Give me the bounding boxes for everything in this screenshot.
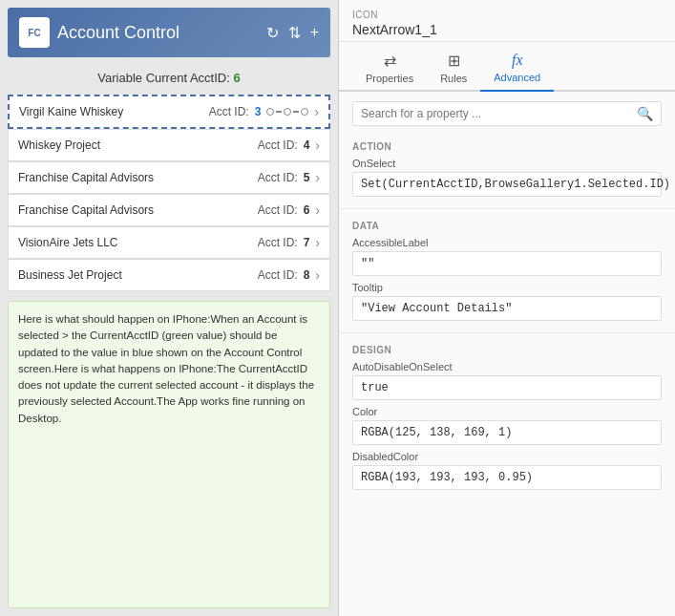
node-icon bbox=[266, 108, 308, 116]
item-right: Acct ID: 5 › bbox=[258, 170, 320, 185]
item-name: Virgil Kaine Whiskey bbox=[19, 105, 123, 118]
item-name: Whiskey Project bbox=[18, 138, 100, 152]
item-name: Franchise Capital Advisors bbox=[18, 203, 154, 217]
divider bbox=[339, 332, 675, 333]
item-right: Acct ID: 6 › bbox=[258, 202, 320, 218]
chevron-right-icon: › bbox=[314, 104, 319, 119]
acct-id-label: Acct ID: bbox=[258, 171, 298, 184]
acct-id-label: Acct ID: bbox=[258, 236, 298, 249]
description-text: Here is what should happen on IPhone:Whe… bbox=[18, 313, 314, 424]
design-label: DESIGN bbox=[352, 345, 662, 355]
search-icon: 🔍 bbox=[637, 106, 653, 121]
sort-icon[interactable]: ⇅ bbox=[288, 24, 301, 42]
chevron-right-icon: › bbox=[315, 170, 320, 185]
gallery-item[interactable]: VisionAire Jets LLC Acct ID: 7 › bbox=[8, 226, 330, 259]
variable-value: 6 bbox=[233, 71, 240, 85]
app-header: FC Account Control ↻ ⇅ + bbox=[8, 8, 330, 57]
gallery-list: Virgil Kaine Whiskey Acct ID: 3 › Whiske… bbox=[8, 95, 330, 291]
data-label: DATA bbox=[352, 221, 662, 231]
chevron-right-icon: › bbox=[315, 202, 320, 218]
disabled-color-label: DisabledColor bbox=[352, 451, 662, 462]
refresh-icon[interactable]: ↻ bbox=[266, 24, 279, 42]
action-label: ACTION bbox=[352, 141, 662, 152]
accessible-label-label: AccessibleLabel bbox=[352, 237, 662, 248]
variable-row: Variable Current AcctID: 6 bbox=[8, 65, 330, 91]
icon-section-label: ICON bbox=[352, 10, 662, 20]
description-box: Here is what should happen on IPhone:Whe… bbox=[8, 301, 330, 608]
acct-id-label: Acct ID: bbox=[258, 268, 298, 282]
tab-properties[interactable]: ⇄ Properties bbox=[352, 46, 427, 92]
color-value[interactable]: RGBA(125, 138, 169, 1) bbox=[352, 420, 662, 445]
auto-disable-value[interactable]: true bbox=[352, 375, 662, 400]
search-input[interactable] bbox=[361, 107, 637, 120]
tab-rules-label: Rules bbox=[440, 73, 467, 84]
right-panel: ICON NextArrow1_1 ⇄ Properties ⊞ Rules f… bbox=[339, 0, 675, 616]
accessible-label-value[interactable]: "" bbox=[352, 251, 662, 276]
acct-id-value: 3 bbox=[255, 105, 262, 118]
icon-name: NextArrow1_1 bbox=[352, 22, 662, 37]
item-name: Franchise Capital Advisors bbox=[18, 171, 154, 184]
tab-advanced[interactable]: fx Advanced bbox=[480, 46, 554, 92]
chevron-right-icon: › bbox=[315, 267, 320, 283]
acct-id-label: Acct ID: bbox=[209, 105, 249, 118]
acct-id-value: 6 bbox=[304, 203, 310, 217]
gallery-item[interactable]: Business Jet Project Acct ID: 8 › bbox=[8, 259, 330, 291]
acct-id-value: 7 bbox=[304, 236, 310, 249]
data-section: DATA AccessibleLabel "" Tooltip "View Ac… bbox=[339, 215, 675, 327]
auto-disable-label: AutoDisableOnSelect bbox=[352, 361, 662, 372]
advanced-icon: fx bbox=[512, 52, 523, 69]
onselect-label: OnSelect bbox=[352, 158, 662, 169]
design-section: DESIGN AutoDisableOnSelect true Color RG… bbox=[339, 339, 675, 496]
left-panel: FC Account Control ↻ ⇅ + Variable Curren… bbox=[0, 0, 339, 616]
icon-header: ICON NextArrow1_1 bbox=[339, 0, 675, 42]
search-box[interactable]: 🔍 bbox=[352, 101, 662, 126]
chevron-right-icon: › bbox=[315, 138, 320, 153]
tab-advanced-label: Advanced bbox=[494, 72, 540, 83]
gallery-item[interactable]: Whiskey Project Acct ID: 4 › bbox=[8, 129, 330, 161]
app-title: Account Control bbox=[57, 23, 179, 43]
gallery-item[interactable]: Virgil Kaine Whiskey Acct ID: 3 › bbox=[8, 95, 330, 129]
onselect-value[interactable]: Set(CurrentAcctID,BrowseGallery1.Selecte… bbox=[352, 172, 662, 197]
app-logo: FC bbox=[19, 17, 50, 48]
tooltip-value[interactable]: "View Account Details" bbox=[352, 296, 662, 321]
acct-id-value: 5 bbox=[304, 171, 310, 184]
item-name: Business Jet Project bbox=[18, 268, 122, 282]
disabled-color-value[interactable]: RGBA(193, 193, 193, 0.95) bbox=[352, 465, 662, 490]
item-right: Acct ID: 3 › bbox=[209, 104, 319, 119]
item-right: Acct ID: 4 › bbox=[258, 138, 320, 153]
divider bbox=[339, 208, 675, 209]
acct-id-value: 8 bbox=[304, 268, 310, 282]
item-name: VisionAire Jets LLC bbox=[18, 236, 118, 249]
color-label: Color bbox=[352, 406, 662, 417]
rules-icon: ⊞ bbox=[448, 52, 460, 70]
app-header-left: FC Account Control bbox=[19, 17, 179, 48]
item-right: Acct ID: 8 › bbox=[258, 267, 320, 283]
acct-id-label: Acct ID: bbox=[258, 203, 298, 217]
properties-icon: ⇄ bbox=[384, 52, 396, 70]
tabs-row: ⇄ Properties ⊞ Rules fx Advanced bbox=[339, 46, 675, 92]
chevron-right-icon: › bbox=[315, 235, 320, 250]
tab-properties-label: Properties bbox=[366, 73, 413, 84]
add-icon[interactable]: + bbox=[310, 24, 319, 42]
app-header-icons: ↻ ⇅ + bbox=[266, 24, 319, 42]
tooltip-label: Tooltip bbox=[352, 282, 662, 293]
tab-rules[interactable]: ⊞ Rules bbox=[427, 46, 480, 92]
item-right: Acct ID: 7 › bbox=[258, 235, 320, 250]
gallery-item[interactable]: Franchise Capital Advisors Acct ID: 6 › bbox=[8, 194, 330, 226]
gallery-item[interactable]: Franchise Capital Advisors Acct ID: 5 › bbox=[8, 161, 330, 194]
variable-label: Variable Current AcctID: bbox=[97, 71, 229, 85]
action-section: ACTION OnSelect Set(CurrentAcctID,Browse… bbox=[339, 136, 675, 202]
acct-id-value: 4 bbox=[304, 138, 310, 152]
acct-id-label: Acct ID: bbox=[258, 138, 298, 152]
